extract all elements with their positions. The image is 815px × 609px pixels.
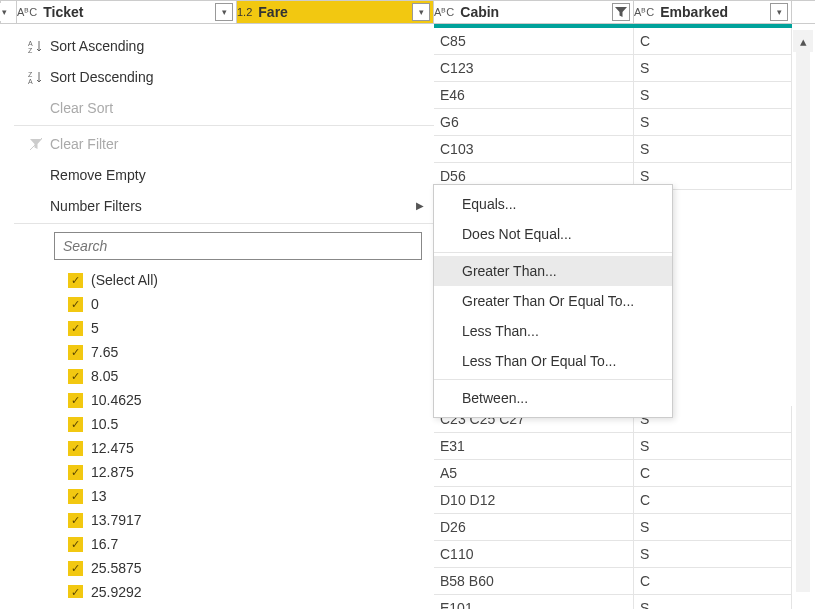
chevron-down-icon[interactable]: ▾ [0, 3, 13, 21]
filter-value-label: 25.9292 [91, 584, 142, 598]
checkbox-checked-icon[interactable]: ✓ [68, 441, 83, 456]
sort-descending-item[interactable]: ZA Sort Descending [14, 61, 434, 92]
filter-value-row[interactable]: ✓7.65 [68, 340, 422, 364]
filter-less-eq-item[interactable]: Less Than Or Equal To... [434, 346, 672, 376]
filter-value-row[interactable]: ✓0 [68, 292, 422, 316]
menu-separator [14, 223, 434, 224]
cell-cabin[interactable]: B58 B60 [434, 568, 634, 594]
checkbox-checked-icon[interactable]: ✓ [68, 297, 83, 312]
chevron-down-icon[interactable]: ▾ [770, 3, 788, 21]
type-text-icon: AᴮC [17, 6, 37, 19]
filter-value-label: 25.5875 [91, 560, 142, 576]
filter-value-row[interactable]: ✓13.7917 [68, 508, 422, 532]
cell-cabin[interactable]: D10 D12 [434, 487, 634, 513]
checkbox-checked-icon[interactable]: ✓ [68, 321, 83, 336]
cell-embarked[interactable]: S [634, 136, 792, 162]
chevron-down-icon[interactable]: ▾ [215, 3, 233, 21]
cell-embarked[interactable]: S [634, 82, 792, 108]
filter-less-than-item[interactable]: Less Than... [434, 316, 672, 346]
table-row: C103S [434, 136, 792, 163]
cell-cabin[interactable]: E101 [434, 595, 634, 609]
cell-cabin[interactable]: A5 [434, 460, 634, 486]
checkbox-checked-icon[interactable]: ✓ [68, 345, 83, 360]
cell-cabin[interactable]: C85 [434, 28, 634, 54]
table-row: B58 B60C [434, 568, 792, 595]
sort-ascending-item[interactable]: AZ Sort Ascending [14, 30, 434, 61]
filter-value-row[interactable]: ✓13 [68, 484, 422, 508]
column-header-fare[interactable]: 1.2 Fare ▾ [237, 1, 434, 23]
filter-value-label: 12.875 [91, 464, 134, 480]
search-input[interactable] [54, 232, 422, 260]
scroll-up-icon[interactable]: ▴ [793, 30, 813, 52]
cell-cabin[interactable]: C110 [434, 541, 634, 567]
cell-cabin[interactable]: C123 [434, 55, 634, 81]
filter-value-row[interactable]: ✓8.05 [68, 364, 422, 388]
type-text-icon: AᴮC [634, 6, 654, 19]
filter-value-label: 0 [91, 296, 99, 312]
checkbox-checked-icon[interactable]: ✓ [68, 585, 83, 599]
scroll-track[interactable] [796, 52, 810, 592]
type-text-icon: AᴮC [434, 6, 454, 19]
cell-embarked[interactable]: C [634, 568, 792, 594]
cell-embarked[interactable]: S [634, 109, 792, 135]
filter-value-row[interactable]: ✓10.5 [68, 412, 422, 436]
filter-greater-eq-item[interactable]: Greater Than Or Equal To... [434, 286, 672, 316]
filter-between-item[interactable]: Between... [434, 383, 672, 413]
filter-value-row[interactable]: ✓5 [68, 316, 422, 340]
filter-value-row[interactable]: ✓25.9292 [68, 580, 422, 598]
cell-embarked[interactable]: S [634, 595, 792, 609]
cell-cabin[interactable]: E46 [434, 82, 634, 108]
cell-embarked[interactable]: S [634, 433, 792, 459]
row-header-corner: ▾ [0, 1, 17, 23]
menu-separator [434, 379, 672, 380]
chevron-down-icon[interactable]: ▾ [412, 3, 430, 21]
filter-value-label: (Select All) [91, 272, 158, 288]
cell-embarked[interactable]: C [634, 487, 792, 513]
filter-greater-than-item[interactable]: Greater Than... [434, 256, 672, 286]
checkbox-checked-icon[interactable]: ✓ [68, 273, 83, 288]
filter-value-row[interactable]: ✓10.4625 [68, 388, 422, 412]
table-row: C123S [434, 55, 792, 82]
filter-value-row[interactable]: ✓12.475 [68, 436, 422, 460]
filter-active-icon[interactable] [612, 3, 630, 21]
remove-empty-item[interactable]: Remove Empty [14, 159, 434, 190]
clear-filter-icon [22, 136, 50, 152]
checkbox-checked-icon[interactable]: ✓ [68, 489, 83, 504]
cell-embarked[interactable]: C [634, 460, 792, 486]
filter-not-equal-item[interactable]: Does Not Equal... [434, 219, 672, 249]
cell-cabin[interactable]: C103 [434, 136, 634, 162]
cell-cabin[interactable]: D26 [434, 514, 634, 540]
cell-cabin[interactable]: E31 [434, 433, 634, 459]
number-filters-item[interactable]: Number Filters ▶ [14, 190, 434, 221]
checkbox-checked-icon[interactable]: ✓ [68, 465, 83, 480]
checkbox-checked-icon[interactable]: ✓ [68, 537, 83, 552]
filter-value-row[interactable]: ✓(Select All) [68, 268, 422, 292]
cell-embarked[interactable]: S [634, 514, 792, 540]
column-header-row: ▾ AᴮC Ticket ▾ 1.2 Fare ▾ AᴮC Cabin AᴮC … [0, 0, 815, 24]
cell-embarked[interactable]: S [634, 55, 792, 81]
checkbox-checked-icon[interactable]: ✓ [68, 417, 83, 432]
checkbox-checked-icon[interactable]: ✓ [68, 369, 83, 384]
page-scrollbar[interactable]: ▴ [793, 30, 813, 592]
menu-label: Number Filters [50, 198, 142, 214]
checkbox-checked-icon[interactable]: ✓ [68, 561, 83, 576]
column-name: Fare [258, 4, 409, 20]
svg-text:Z: Z [28, 47, 33, 54]
column-header-cabin[interactable]: AᴮC Cabin [434, 1, 634, 23]
cell-embarked[interactable]: C [634, 28, 792, 54]
filter-value-label: 5 [91, 320, 99, 336]
column-header-ticket[interactable]: AᴮC Ticket ▾ [17, 1, 237, 23]
cell-cabin[interactable]: G6 [434, 109, 634, 135]
cell-embarked[interactable]: S [634, 541, 792, 567]
filter-equals-item[interactable]: Equals... [434, 189, 672, 219]
column-header-embarked[interactable]: AᴮC Embarked ▾ [634, 1, 792, 23]
checkbox-checked-icon[interactable]: ✓ [68, 393, 83, 408]
filter-value-row[interactable]: ✓12.875 [68, 460, 422, 484]
checkbox-checked-icon[interactable]: ✓ [68, 513, 83, 528]
filter-value-row[interactable]: ✓16.7 [68, 532, 422, 556]
menu-label: Sort Descending [50, 69, 154, 85]
column-name: Cabin [460, 4, 609, 20]
filter-value-row[interactable]: ✓25.5875 [68, 556, 422, 580]
svg-text:A: A [28, 40, 33, 47]
sort-descending-icon: ZA [22, 69, 50, 85]
